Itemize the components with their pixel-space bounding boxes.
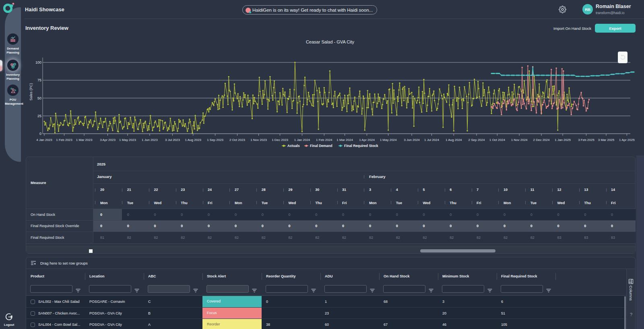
svg-text:1 Jun 2023: 1 Jun 2023 (142, 138, 158, 142)
svg-text:75: 75 (37, 78, 41, 82)
svg-text:1 May 2024: 1 May 2024 (380, 138, 397, 142)
svg-text:2 Oct 2023: 2 Oct 2023 (229, 138, 246, 142)
svg-text:3 Jul 2023: 3 Jul 2023 (165, 138, 180, 142)
svg-text:1 Jan 2024: 1 Jan 2024 (294, 138, 310, 142)
svg-text:1 Feb 2024: 1 Feb 2024 (316, 138, 332, 142)
svg-text:3 Jun 2024: 3 Jun 2024 (404, 138, 420, 142)
svg-text:0: 0 (39, 132, 41, 136)
svg-text:50: 50 (37, 96, 41, 100)
svg-text:2 Sep 2024: 2 Sep 2024 (469, 138, 485, 142)
svg-text:1 Jul 2024: 1 Jul 2024 (424, 138, 439, 142)
svg-text:100: 100 (35, 60, 41, 64)
svg-text:2 Dec 2024: 2 Dec 2024 (533, 138, 550, 142)
svg-text:Ceasar Salad - GVA City: Ceasar Salad - GVA City (306, 39, 355, 44)
svg-text:1 Apr 2025: 1 Apr 2025 (619, 138, 635, 142)
svg-text:3 Mar 2025: 3 Mar 2025 (598, 138, 615, 142)
svg-text:3 Feb 2025: 3 Feb 2025 (578, 138, 594, 142)
svg-text:1 Aug 2024: 1 Aug 2024 (446, 138, 462, 142)
svg-text:1 Feb 2023: 1 Feb 2023 (56, 138, 72, 142)
svg-text:1 Nov 2024: 1 Nov 2024 (511, 138, 528, 142)
svg-text:1 Mar 2024: 1 Mar 2024 (336, 138, 353, 142)
svg-text:1 Apr 2024: 1 Apr 2024 (359, 138, 375, 142)
svg-text:1 May 2023: 1 May 2023 (119, 138, 136, 142)
svg-text:3 Apr 2023: 3 Apr 2023 (100, 138, 116, 142)
svg-text:1 Jan 2025: 1 Jan 2025 (555, 138, 571, 142)
svg-text:1 Oct 2024: 1 Oct 2024 (489, 138, 506, 142)
svg-text:1 Sep 2023: 1 Sep 2023 (207, 138, 223, 142)
svg-text:1 Mar 2023: 1 Mar 2023 (76, 138, 93, 142)
svg-text:25: 25 (37, 114, 41, 118)
svg-text:Sales (PC): Sales (PC) (29, 83, 33, 101)
svg-text:1 Aug 2023: 1 Aug 2023 (185, 138, 202, 142)
svg-text:1 Nov 2023: 1 Nov 2023 (250, 138, 267, 142)
svg-text:4 Jan 2023: 4 Jan 2023 (36, 138, 52, 142)
svg-text:Actuals: Actuals (287, 144, 300, 148)
svg-text:Final Required Stock: Final Required Stock (344, 144, 378, 148)
svg-text:1 Dec 2023: 1 Dec 2023 (272, 138, 288, 142)
svg-text:Final Demand: Final Demand (310, 144, 332, 148)
